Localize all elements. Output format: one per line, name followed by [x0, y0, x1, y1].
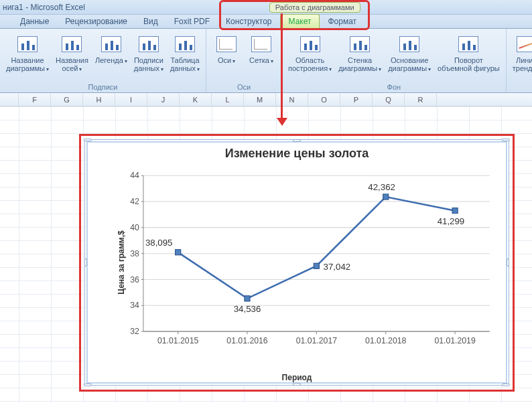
ribbon-group-name: Фон: [286, 83, 502, 92]
ribbon-btn-label: Таблицаданных▾: [170, 56, 200, 74]
tab-макет[interactable]: Макет: [280, 14, 320, 28]
svg-rect-39: [383, 194, 389, 199]
resize-handle-s[interactable]: [293, 383, 301, 386]
ribbon-btn-оси[interactable]: Оси▾: [210, 31, 243, 68]
svg-text:42,362: 42,362: [368, 182, 395, 192]
chart-icon: [350, 36, 370, 52]
resize-handle-sw[interactable]: [84, 384, 92, 386]
col-header-blank: [0, 93, 19, 106]
col-header-G[interactable]: G: [51, 93, 83, 106]
svg-rect-33: [176, 250, 181, 255]
column-headers: FGHIJKLMNOPQR: [0, 93, 532, 106]
ribbon-btn-названия[interactable]: Названияосей▾: [54, 31, 90, 76]
ribbon-btn-label: Линиятренда▾: [513, 56, 532, 74]
chart-icon: [399, 36, 419, 52]
chart-icon: [139, 36, 159, 52]
chart-icon: [101, 36, 121, 52]
col-header-M[interactable]: M: [244, 93, 276, 106]
ribbon-btn-label: Сетка▾: [249, 56, 273, 66]
svg-text:01.01.2016: 01.01.2016: [226, 337, 267, 346]
chart-icon: [517, 36, 532, 52]
resize-handle-e[interactable]: [507, 258, 509, 266]
svg-text:41,299: 41,299: [438, 216, 465, 226]
ribbon-group: Областьпостроения▾Стенкадиаграммы▾Основа…: [282, 29, 507, 92]
ribbon-btn-название[interactable]: Названиедиаграммы▾: [4, 31, 51, 76]
resize-handle-n[interactable]: [293, 139, 301, 142]
annotation-arrow: [281, 13, 283, 119]
chart-icon: [251, 36, 271, 52]
ribbon-group: Оси▾Сетка▾Оси: [206, 29, 282, 92]
chart-tools-label: Работа с диаграммами: [269, 2, 360, 13]
ribbon-group-name: [511, 91, 532, 92]
chart-plot-area[interactable]: 3234363840424401.01.201501.01.201601.01.…: [113, 169, 496, 358]
ribbon-btn-label: Стенкадиаграммы▾: [338, 56, 381, 74]
ribbon-btn-label: Подписиданных▾: [134, 56, 163, 74]
svg-text:32: 32: [130, 327, 139, 336]
ribbon-btn-таблица[interactable]: Таблицаданных▾: [168, 31, 202, 76]
ribbon-btn-область[interactable]: Областьпостроения▾: [286, 31, 334, 76]
tab-foxit pdf[interactable]: Foxit PDF: [166, 15, 218, 28]
ribbon-btn-поворот[interactable]: Поворотобъемной фигуры: [436, 31, 502, 76]
ribbon-btn-линия[interactable]: Линиятренда▾: [511, 31, 532, 76]
resize-handle-ne[interactable]: [502, 139, 510, 141]
col-header-J[interactable]: J: [147, 93, 180, 106]
svg-text:01.01.2018: 01.01.2018: [365, 337, 406, 346]
svg-rect-41: [452, 208, 458, 214]
ribbon-group-name: Подписи: [4, 83, 202, 92]
col-header-K[interactable]: K: [180, 93, 212, 106]
title-bar: нига1 - Microsoft Excel Работа с диаграм…: [0, 0, 532, 15]
tab-формат[interactable]: Формат: [320, 15, 364, 28]
svg-text:01.01.2019: 01.01.2019: [434, 337, 475, 346]
svg-text:42: 42: [130, 197, 139, 206]
chart-icon: [300, 36, 320, 52]
embedded-chart[interactable]: Изменение цены золота Цена за грамм,$ 32…: [84, 139, 509, 386]
col-header-O[interactable]: O: [308, 93, 340, 106]
svg-text:44: 44: [130, 171, 139, 180]
svg-text:34,536: 34,536: [234, 304, 261, 314]
resize-handle-w[interactable]: [84, 258, 87, 266]
ribbon-btn-сетка[interactable]: Сетка▾: [245, 31, 277, 68]
tab-данные[interactable]: Данные: [12, 15, 57, 28]
ribbon-btn-label: Поворотобъемной фигуры: [438, 56, 500, 72]
ribbon-group: Линиятренда▾: [507, 29, 532, 92]
chart-svg: 3234363840424401.01.201501.01.201601.01.…: [113, 169, 496, 358]
col-header-F[interactable]: F: [19, 93, 51, 106]
svg-text:37,042: 37,042: [324, 262, 351, 272]
svg-text:36: 36: [130, 275, 139, 285]
tab-рецензирование[interactable]: Рецензирование: [57, 15, 135, 28]
svg-rect-35: [245, 296, 250, 301]
ribbon-group: Названиедиаграммы▾Названияосей▾Легенда▾П…: [0, 29, 206, 92]
ribbon-btn-label: Легенда▾: [95, 56, 127, 66]
ribbon-btn-подписи[interactable]: Подписиданных▾: [132, 31, 165, 76]
col-header-H[interactable]: H: [83, 93, 115, 106]
svg-text:34: 34: [130, 301, 139, 310]
tab-конструктор[interactable]: Конструктор: [218, 15, 279, 28]
resize-handle-nw[interactable]: [84, 139, 92, 141]
ribbon-btn-label: Названиедиаграммы▾: [6, 56, 49, 74]
window-title: нига1 - Microsoft Excel: [0, 3, 85, 12]
col-header-I[interactable]: I: [115, 93, 147, 106]
col-header-P[interactable]: P: [340, 93, 373, 106]
col-header-R[interactable]: R: [405, 93, 437, 106]
svg-rect-37: [314, 263, 319, 268]
svg-text:38: 38: [130, 249, 139, 258]
ribbon-btn-стенка[interactable]: Стенкадиаграммы▾: [336, 31, 383, 76]
ribbon-btn-основание[interactable]: Основаниедиаграммы▾: [386, 31, 433, 76]
ribbon-tabs: ДанныеРецензированиеВидFoxit PDFКонструк…: [0, 15, 532, 29]
resize-handle-se[interactable]: [502, 384, 510, 386]
svg-text:01.01.2017: 01.01.2017: [296, 337, 337, 346]
chart-icon: [216, 36, 237, 52]
ribbon-group-name: Оси: [210, 83, 277, 92]
chart-icon: [17, 36, 38, 52]
ribbon-btn-label: Основаниедиаграммы▾: [388, 56, 431, 74]
chart-icon: [458, 36, 478, 52]
chart-icon: [175, 36, 195, 52]
ribbon-btn-легенда[interactable]: Легенда▾: [93, 31, 129, 76]
ribbon: Названиедиаграммы▾Названияосей▾Легенда▾П…: [0, 29, 532, 93]
ribbon-btn-label: Областьпостроения▾: [288, 56, 332, 74]
tab-вид[interactable]: Вид: [135, 15, 166, 28]
col-header-L[interactable]: L: [212, 93, 244, 106]
col-header-Q[interactable]: Q: [373, 93, 405, 106]
chart-x-axis-label[interactable]: Период: [85, 373, 509, 382]
chart-icon: [62, 36, 82, 52]
